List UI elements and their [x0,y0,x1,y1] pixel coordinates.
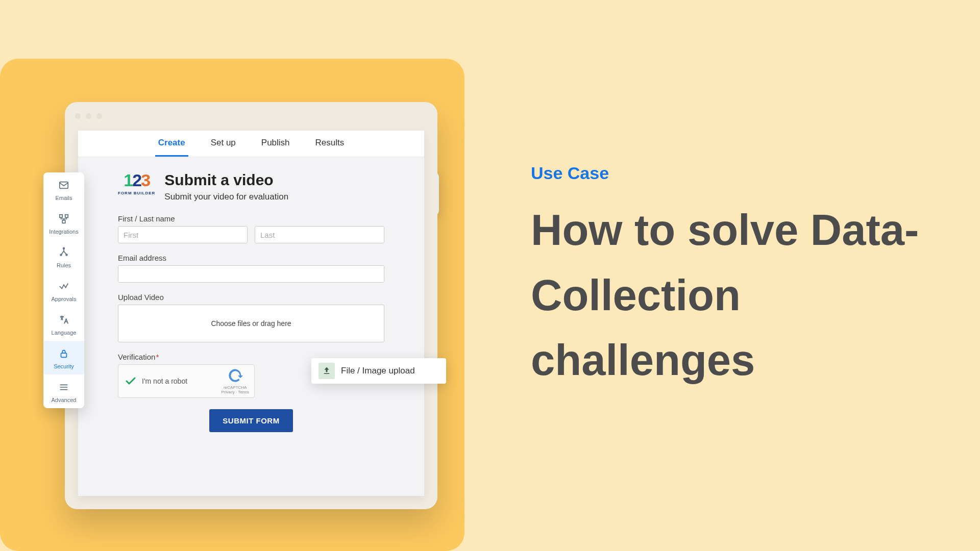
advanced-icon [58,382,69,395]
brand-digit-2: 2 [132,170,141,190]
traffic-light-dot [86,113,91,119]
file-upload-pill-label: File / Image upload [341,366,415,376]
upload-label: Upload Video [118,293,384,302]
field-email: Email address [118,254,384,283]
upload-icon [318,363,335,379]
sidebar-item-label: Rules [57,262,71,268]
tab-create[interactable]: Create [155,131,188,157]
headline: How to solve Data-Collection challenges [531,197,949,393]
recaptcha-icon [228,368,243,383]
check-icon [125,375,137,387]
brand-digit-1: 1 [124,170,132,190]
tab-publish[interactable]: Publish [258,131,293,157]
form-area: 123 FORM BUILDER Submit a video Submit y… [78,157,424,442]
recaptcha-badge: reCAPTCHA Privacy · Terms [221,368,249,394]
svg-point-6 [66,254,67,256]
form-subtitle: Submit your video for evaluation [164,192,288,202]
sidebar-item-rules[interactable]: Rules [43,240,84,273]
svg-rect-1 [60,215,63,218]
tab-label: Create [158,138,185,148]
sidebar-item-label: Approvals [52,296,77,302]
sidebar-item-label: Advanced [52,397,77,403]
eyebrow: Use Case [531,163,949,183]
name-label: First / Last name [118,214,384,223]
sidebar-item-advanced[interactable]: Advanced [43,374,84,408]
sidebar-item-language[interactable]: Language [43,307,84,341]
tab-label: Set up [211,138,236,148]
field-name: First / Last name [118,214,384,243]
sidebar-item-label: Security [54,363,74,369]
rules-icon [58,247,69,260]
svg-rect-3 [62,220,65,223]
form-title: Submit a video [164,171,288,189]
language-icon [58,314,69,328]
sidebar: Emails Integrations Rules Approvals Lang… [43,172,84,408]
submit-button[interactable]: SUBMIT FORM [209,409,292,432]
verification-label-text: Verification [118,353,155,361]
form-header: 123 FORM BUILDER Submit a video Submit y… [118,171,384,202]
sidebar-item-emails[interactable]: Emails [43,172,84,206]
app-window: Create Set up Publish Results 123 FORM B… [65,102,437,509]
sidebar-item-integrations[interactable]: Integrations [43,206,84,240]
approvals-icon [58,281,69,294]
tab-results[interactable]: Results [312,131,348,157]
window-body: Create Set up Publish Results 123 FORM B… [78,131,424,496]
first-name-input[interactable] [118,226,248,243]
upload-dropzone[interactable]: Choose files or drag here [118,305,384,342]
svg-rect-7 [61,353,67,357]
submit-button-label: SUBMIT FORM [223,416,279,425]
email-input[interactable] [118,265,384,283]
sidebar-item-label: Integrations [49,229,78,235]
required-asterisk: * [156,353,159,361]
sidebar-item-approvals[interactable]: Approvals [43,273,84,307]
not-robot-label: I'm not a robot [142,377,187,385]
recaptcha-box[interactable]: I'm not a robot reCAPTCHA Privacy · Term… [118,364,255,398]
mail-icon [58,180,69,193]
window-controls [75,113,102,119]
last-name-input[interactable] [255,226,384,243]
email-label: Email address [118,254,384,262]
brand-digit-3: 3 [141,170,150,190]
recaptcha-links: Privacy · Terms [221,390,249,394]
recaptcha-name: reCAPTCHA [221,385,249,390]
sidebar-item-label: Emails [55,195,72,201]
integrations-icon [58,213,69,227]
svg-point-5 [60,254,62,256]
svg-rect-2 [65,215,68,218]
headline-block: Use Case How to solve Data-Collection ch… [531,163,949,393]
brand-logo: 123 FORM BUILDER [118,171,155,195]
submit-row: SUBMIT FORM [118,409,384,432]
lock-icon [58,348,69,361]
tab-label: Results [315,138,345,148]
sidebar-item-label: Language [52,330,77,336]
field-upload: Upload Video Choose files or drag here [118,293,384,342]
file-upload-pill[interactable]: File / Image upload [311,358,446,384]
sidebar-item-security[interactable]: Security [43,341,84,374]
dropzone-text: Choose files or drag here [211,319,291,328]
traffic-light-dot [96,113,102,119]
tab-setup[interactable]: Set up [208,131,239,157]
brand-subtext: FORM BUILDER [118,191,155,195]
tab-strip: Create Set up Publish Results [78,131,424,157]
tab-label: Publish [261,138,290,148]
traffic-light-dot [75,113,81,119]
